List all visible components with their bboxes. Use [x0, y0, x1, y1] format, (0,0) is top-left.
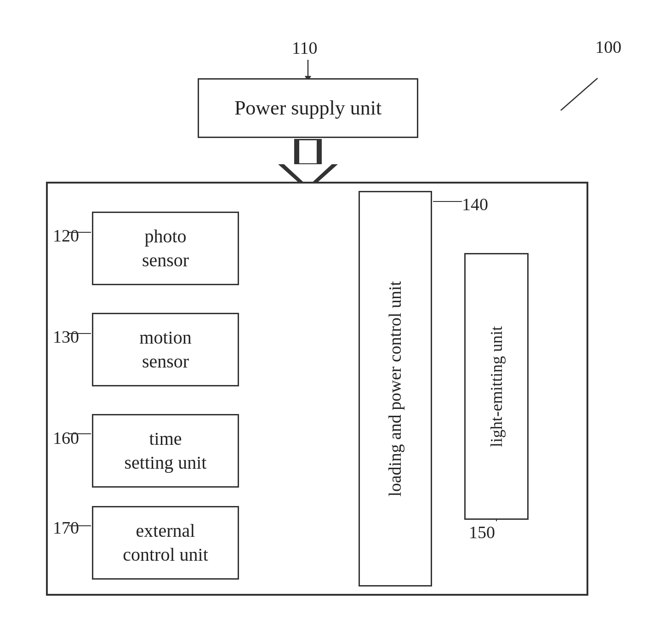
external-control-label: externalcontrol unit	[123, 519, 208, 567]
time-setting-box: timesetting unit	[92, 414, 239, 488]
motion-sensor-box: motionsensor	[92, 313, 239, 386]
time-setting-label: timesetting unit	[125, 427, 207, 475]
ref-140-label: 140	[462, 194, 488, 214]
svg-rect-3	[294, 139, 322, 164]
photo-sensor-label: photosensor	[142, 224, 189, 272]
ref-160-label: 160	[53, 428, 79, 448]
photo-sensor-box: photosensor	[92, 212, 239, 285]
ref-100-label: 100	[595, 37, 621, 57]
ref-110-label: 110	[292, 38, 318, 58]
power-supply-label: Power supply unit	[234, 96, 382, 121]
power-supply-box: Power supply unit	[198, 78, 418, 138]
ref-120-label: 120	[53, 225, 79, 246]
external-control-box: externalcontrol unit	[92, 506, 239, 580]
svg-rect-5	[299, 140, 317, 163]
ref-170-label: 170	[53, 518, 79, 538]
diagram: 100 110 Power supply unit photosensor mo…	[0, 0, 672, 644]
loading-control-label: loading and power control unit	[384, 281, 406, 497]
motion-sensor-label: motionsensor	[139, 326, 191, 374]
loading-control-box: loading and power control unit	[359, 191, 432, 586]
light-emitting-box: light-emitting unit	[464, 253, 529, 520]
light-emitting-label: light-emitting unit	[486, 326, 507, 447]
ref-130-label: 130	[53, 327, 79, 347]
ref-150-label: 150	[469, 522, 495, 542]
svg-line-0	[561, 78, 598, 110]
